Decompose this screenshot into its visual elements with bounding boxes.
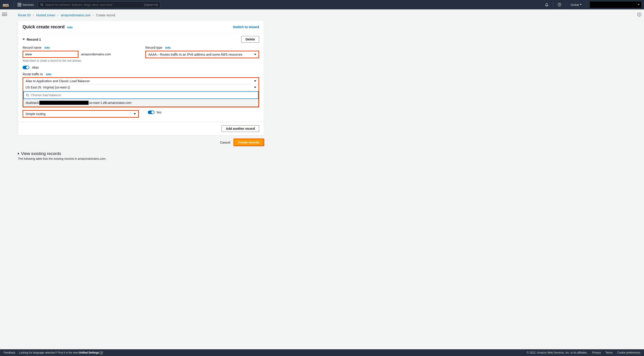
load-balancer-input[interactable]	[31, 93, 256, 97]
region-value: US East (N. Virginia) [us-east-1]	[26, 86, 70, 89]
record-header-toggle[interactable]: Record 1	[22, 37, 41, 41]
breadcrumb-link[interactable]: Hosted zones	[36, 13, 56, 17]
aws-logo[interactable]: aws	[3, 3, 9, 7]
create-records-button[interactable]: Create records	[234, 139, 264, 146]
record-type-select-wrap: AAAA – Routes traffic to an IPv6 address…	[145, 51, 259, 58]
breadcrumb-current: Create record	[96, 13, 116, 17]
search-bar[interactable]: [Option+S]	[38, 1, 160, 8]
breadcrumb-link[interactable]: Route 53	[18, 13, 31, 17]
record-type-label: Record type	[145, 46, 162, 49]
evaluate-health-toggle[interactable]	[148, 111, 154, 114]
svg-line-8	[28, 96, 29, 97]
evaluate-health-label: Yes	[156, 111, 162, 114]
redacted-text	[39, 101, 88, 105]
cancel-button[interactable]: Cancel	[220, 141, 230, 144]
search-icon	[26, 94, 29, 97]
view-existing-title: View existing records	[21, 151, 61, 156]
record-name-hint: Keep blank to create a record for the ro…	[22, 59, 136, 62]
chevron-down-icon	[254, 80, 256, 82]
record-1-section: Record 1 Delete Record name Info .amazon…	[18, 33, 264, 122]
top-nav: aws Services [Option+S] ? Global	[0, 0, 644, 9]
chevron-down-icon	[134, 113, 136, 115]
svg-rect-6	[639, 14, 640, 15]
lb-option-prefix: dualstack	[26, 101, 39, 105]
grid-icon	[18, 3, 21, 6]
svg-point-0	[41, 3, 43, 5]
svg-line-1	[42, 5, 43, 6]
info-panel-icon[interactable]	[637, 12, 641, 16]
chevron-right-icon: ›	[33, 13, 34, 17]
view-existing-toggle[interactable]: View existing records	[18, 151, 264, 156]
help-icon[interactable]: ?	[556, 3, 564, 6]
search-input[interactable]	[45, 3, 144, 6]
svg-point-5	[639, 13, 640, 14]
routing-policy-wrap: Simple routing	[22, 110, 139, 118]
region-selector[interactable]: Global	[568, 3, 584, 6]
caret-down-icon	[22, 39, 25, 40]
page-actions: Cancel Create records	[18, 139, 264, 146]
chevron-right-icon: ›	[93, 13, 94, 17]
services-label: Services	[22, 3, 34, 6]
alias-toggle[interactable]	[22, 66, 29, 69]
alias-target-value: Alias to Application and Classic Load Ba…	[26, 79, 90, 83]
region-select[interactable]: US East (N. Virginia) [us-east-1]	[23, 84, 258, 90]
alias-label: Alias	[32, 66, 39, 69]
chevron-down-icon	[254, 54, 256, 55]
view-existing-section: View existing records The following tabl…	[18, 151, 264, 160]
nav-divider	[566, 2, 566, 7]
chevron-down-icon	[580, 4, 582, 5]
info-link[interactable]: Info	[165, 46, 170, 49]
svg-text:?: ?	[559, 3, 560, 6]
load-balancer-dropdown: dualstackus-east-1.elb.amazonaws.com	[23, 99, 258, 107]
caret-right-icon	[18, 153, 19, 155]
nav-divider	[553, 2, 553, 7]
routing-policy-value: Simple routing	[26, 112, 46, 116]
load-balancer-option[interactable]: dualstackus-east-1.elb.amazonaws.com	[24, 99, 258, 107]
account-menu[interactable]	[590, 1, 641, 8]
create-record-panel: Quick create record Info Switch to wizar…	[18, 20, 264, 135]
region-label: Global	[570, 3, 579, 6]
add-another-record-button[interactable]: Add another record	[222, 125, 259, 132]
switch-to-wizard-link[interactable]: Switch to wizard	[233, 25, 259, 29]
routing-policy-select[interactable]: Simple routing	[23, 111, 138, 117]
panel-footer: Add another record	[18, 122, 264, 135]
record-name-label: Record name	[22, 46, 41, 49]
chevron-down-icon	[254, 87, 256, 88]
services-button[interactable]: Services	[16, 2, 36, 7]
record-name-suffix: .amazondomains.com	[80, 52, 111, 56]
side-menu-toggle[interactable]	[2, 12, 7, 17]
panel-header: Quick create record Info Switch to wizar…	[18, 21, 264, 33]
record-type-value: AAAA – Routes traffic to an IPv6 address…	[148, 53, 242, 56]
page-title: Quick create record	[22, 24, 64, 29]
chevron-right-icon: ›	[58, 13, 58, 17]
breadcrumb-link[interactable]: amazondomains.com	[61, 13, 90, 17]
chevron-down-icon	[638, 4, 640, 5]
info-link[interactable]: Info	[44, 46, 50, 49]
search-icon	[40, 3, 44, 6]
lb-option-suffix: us-east-1.elb.amazonaws.com	[89, 101, 132, 105]
record-type-select[interactable]: AAAA – Routes traffic to an IPv6 address…	[146, 51, 258, 58]
nav-divider	[14, 2, 14, 7]
record-name-input[interactable]	[22, 51, 78, 58]
svg-point-7	[26, 94, 28, 96]
alias-target-select[interactable]: Alias to Application and Classic Load Ba…	[23, 78, 258, 84]
route-traffic-group: Alias to Application and Classic Load Ba…	[22, 77, 259, 107]
delete-button[interactable]: Delete	[241, 36, 259, 43]
nav-divider	[586, 2, 586, 7]
route-traffic-label: Route traffic to	[22, 72, 43, 76]
info-link[interactable]: Info	[67, 26, 73, 29]
view-existing-subtitle: The following table lists the existing r…	[18, 157, 264, 160]
record-title: Record 1	[26, 37, 41, 41]
info-link[interactable]: Info	[46, 73, 52, 76]
notifications-icon[interactable]	[543, 3, 551, 6]
breadcrumb: Route 53 › Hosted zones › amazondomains.…	[18, 13, 635, 17]
search-shortcut: [Option+S]	[144, 3, 158, 6]
load-balancer-combobox[interactable]	[23, 91, 258, 99]
